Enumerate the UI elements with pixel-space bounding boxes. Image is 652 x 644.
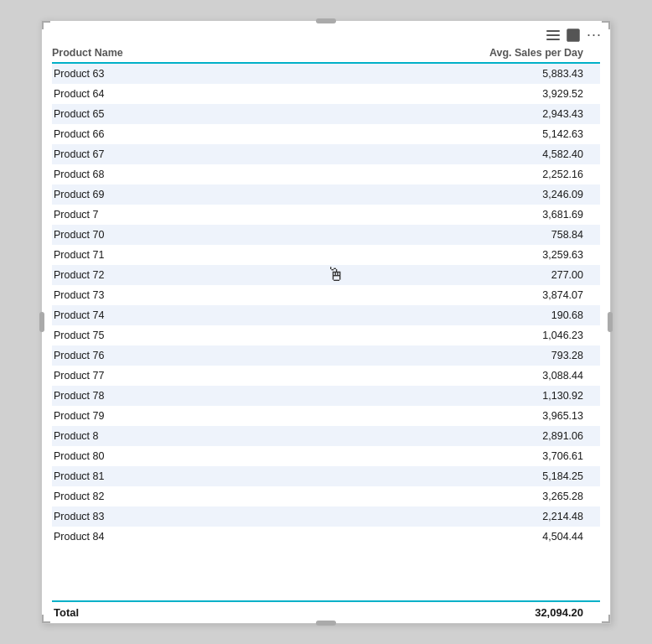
cell-product-name: Product 70 — [52, 229, 203, 241]
total-row: Total 32,094.20 — [52, 600, 600, 623]
table-row[interactable]: Product 674,582.40 — [52, 144, 600, 164]
cell-sales-value: 3,681.69 — [203, 209, 600, 221]
cell-sales-value: 3,874.07 — [203, 289, 600, 301]
cell-sales-value: 758.84 — [203, 229, 600, 241]
cell-sales-value: 190.68 — [203, 309, 600, 321]
cell-sales-value: 5,184.25 — [203, 470, 600, 482]
column-header-sales: Avg. Sales per Day — [203, 47, 600, 59]
cell-sales-value: 3,706.61 — [203, 450, 600, 462]
cell-product-name: Product 66 — [52, 128, 203, 140]
table-row[interactable]: Product 844,504.44 — [52, 527, 600, 547]
cell-product-name: Product 78 — [52, 390, 203, 402]
cell-product-name: Product 67 — [52, 148, 203, 160]
resize-handle-tl[interactable] — [42, 21, 50, 29]
cell-product-name: Product 73 — [52, 289, 203, 301]
cell-sales-value: 1,130.92 — [203, 390, 600, 402]
cell-sales-value: 277.00 — [203, 269, 600, 281]
table-row[interactable]: Product 652,943.43 — [52, 104, 600, 124]
table-row[interactable]: Product 72277.00 — [52, 265, 600, 285]
cell-product-name: Product 76 — [52, 350, 203, 361]
svg-rect-3 — [567, 29, 579, 41]
report-card: ··· Product Name Avg. Sales per Day Prod… — [41, 20, 611, 624]
cell-product-name: Product 8 — [52, 430, 203, 442]
cell-product-name: Product 7 — [52, 209, 203, 221]
cell-sales-value: 3,246.09 — [203, 189, 600, 200]
svg-rect-0 — [546, 30, 560, 32]
cell-sales-value: 3,929.52 — [203, 88, 600, 100]
table-row[interactable]: Product 73,681.69 — [52, 205, 600, 225]
total-label: Total — [52, 606, 203, 619]
table-row[interactable]: Product 82,891.06 — [52, 426, 600, 446]
cell-product-name: Product 65 — [52, 108, 203, 120]
resize-handle-br[interactable] — [602, 615, 610, 623]
table-row[interactable]: Product 693,246.09 — [52, 184, 600, 205]
table-row[interactable]: Product 643,929.52 — [52, 84, 600, 104]
table-row[interactable]: Product 70758.84 — [52, 225, 600, 245]
cell-product-name: Product 71 — [52, 249, 203, 261]
table-row[interactable]: Product 733,874.07 — [52, 285, 600, 305]
hamburger-icon[interactable] — [546, 29, 560, 42]
table-row[interactable]: Product 74190.68 — [52, 305, 600, 325]
table-row[interactable]: Product 815,184.25 — [52, 466, 600, 486]
cell-sales-value: 5,883.43 — [203, 68, 600, 80]
cell-product-name: Product 77 — [52, 370, 203, 382]
table-row[interactable]: Product 665,142.63 — [52, 124, 600, 144]
cell-sales-value: 2,252.16 — [203, 169, 600, 180]
cell-product-name: Product 63 — [52, 68, 203, 80]
cell-sales-value: 4,582.40 — [203, 148, 600, 160]
more-options-icon[interactable]: ··· — [587, 26, 602, 44]
toolbar: ··· — [42, 21, 610, 47]
cell-product-name: Product 69 — [52, 189, 203, 200]
cell-sales-value: 793.28 — [203, 350, 600, 361]
table-body[interactable]: Product 635,883.43Product 643,929.52Prod… — [52, 64, 600, 600]
cell-product-name: Product 83 — [52, 511, 203, 522]
cell-product-name: Product 72 — [52, 269, 203, 281]
table-row[interactable]: Product 803,706.61 — [52, 446, 600, 466]
resize-handle-bottom[interactable] — [316, 621, 336, 626]
table-row[interactable]: Product 751,046.23 — [52, 325, 600, 345]
cell-sales-value: 3,265.28 — [203, 491, 600, 502]
resize-handle-tr[interactable] — [602, 21, 610, 29]
resize-handle-top[interactable] — [316, 18, 336, 23]
cell-product-name: Product 74 — [52, 309, 203, 321]
svg-rect-1 — [546, 34, 560, 36]
svg-rect-2 — [546, 39, 560, 40]
table-row[interactable]: Product 823,265.28 — [52, 486, 600, 506]
total-value: 32,094.20 — [203, 606, 600, 619]
cell-sales-value: 3,259.63 — [203, 249, 600, 261]
table-row[interactable]: Product 635,883.43 — [52, 64, 600, 84]
cell-sales-value: 2,943.43 — [203, 108, 600, 120]
cell-product-name: Product 64 — [52, 88, 203, 100]
table-container: Product Name Avg. Sales per Day Product … — [42, 47, 610, 623]
resize-handle-right[interactable] — [608, 312, 613, 332]
table-row[interactable]: Product 76793.28 — [52, 345, 600, 366]
cell-sales-value: 2,891.06 — [203, 430, 600, 442]
expand-icon[interactable] — [567, 29, 580, 42]
cell-product-name: Product 68 — [52, 169, 203, 180]
table-row[interactable]: Product 713,259.63 — [52, 245, 600, 265]
table-row[interactable]: Product 773,088.44 — [52, 366, 600, 386]
table-row[interactable]: Product 682,252.16 — [52, 164, 600, 184]
cell-sales-value: 4,504.44 — [203, 531, 600, 543]
table-header: Product Name Avg. Sales per Day — [52, 47, 600, 64]
table-row[interactable]: Product 781,130.92 — [52, 386, 600, 406]
cell-sales-value: 1,046.23 — [203, 330, 600, 341]
table-row[interactable]: Product 832,214.48 — [52, 506, 600, 527]
resize-handle-bl[interactable] — [42, 615, 50, 623]
cell-sales-value: 3,965.13 — [203, 410, 600, 422]
cell-product-name: Product 75 — [52, 330, 203, 341]
cell-product-name: Product 82 — [52, 491, 203, 502]
table-row[interactable]: Product 793,965.13 — [52, 406, 600, 426]
cell-sales-value: 3,088.44 — [203, 370, 600, 382]
column-header-product: Product Name — [52, 47, 203, 59]
cell-product-name: Product 80 — [52, 450, 203, 462]
resize-handle-left[interactable] — [39, 312, 44, 332]
cell-product-name: Product 81 — [52, 470, 203, 482]
cell-product-name: Product 79 — [52, 410, 203, 422]
cell-sales-value: 2,214.48 — [203, 511, 600, 522]
cell-sales-value: 5,142.63 — [203, 128, 600, 140]
cell-product-name: Product 84 — [52, 531, 203, 543]
